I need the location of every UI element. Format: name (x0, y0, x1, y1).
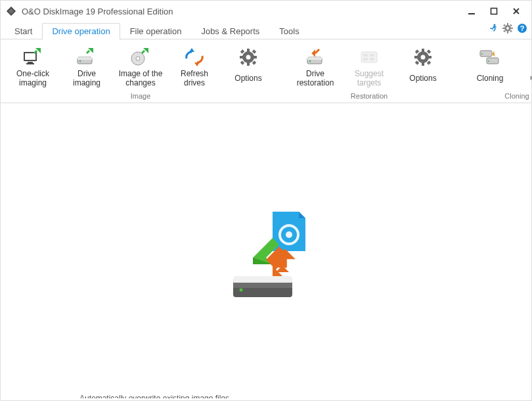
minimize-button[interactable] (460, 3, 483, 19)
svg-rect-42 (363, 54, 368, 57)
disc-arrow-icon (129, 47, 152, 68)
suggest-targets-button: Suggesttargets (344, 43, 395, 91)
refresh-drives-button[interactable]: Refreshdrives (169, 43, 220, 91)
gear-icon (236, 47, 260, 68)
svg-rect-9 (507, 23, 508, 25)
app-icon (6, 6, 16, 16)
content-area: Automatically overwrite existing image f… (1, 103, 531, 398)
footer-partial-text: Automatically overwrite existing image f… (79, 393, 229, 398)
svg-rect-55 (415, 60, 419, 64)
svg-rect-36 (252, 49, 256, 53)
tabstrip: Start Drive operation File operation Job… (1, 22, 531, 39)
cloning-options-button[interactable]: Options (518, 43, 532, 91)
svg-rect-20 (25, 53, 35, 60)
svg-rect-2 (468, 13, 475, 14)
svg-text:?: ? (520, 24, 525, 32)
svg-point-29 (246, 55, 251, 60)
svg-rect-12 (511, 28, 513, 29)
svg-rect-11 (502, 28, 504, 29)
svg-rect-30 (247, 49, 250, 52)
svg-point-25 (79, 60, 81, 62)
tab-tools[interactable]: Tools (269, 23, 309, 39)
svg-rect-32 (240, 56, 243, 59)
ribbon-group-image-label: Image (7, 92, 274, 100)
svg-point-76 (240, 288, 243, 291)
svg-rect-41 (361, 52, 377, 62)
svg-point-40 (309, 60, 311, 62)
image-of-changes-button[interactable]: Image of thechanges (115, 43, 166, 91)
cloning-button[interactable]: Cloning (464, 43, 516, 91)
svg-rect-48 (422, 49, 424, 52)
ribbon-group-cloning: Cloning Options Cloning (460, 43, 532, 101)
help-icon[interactable]: ? (517, 23, 527, 34)
image-of-changes-label: Image of thechanges (119, 69, 163, 87)
running-man-icon[interactable] (488, 23, 499, 34)
refresh-icon (183, 47, 206, 68)
window-title: O&O DiskImage 19 Professional Edition (22, 7, 173, 16)
svg-rect-49 (422, 62, 424, 66)
suggest-targets-icon (357, 47, 381, 68)
svg-rect-50 (414, 56, 418, 59)
titlebar: O&O DiskImage 19 Professional Edition (1, 1, 531, 22)
ribbon-group-restoration: Driverestoration Suggesttargets Options … (286, 43, 453, 101)
svg-rect-31 (247, 62, 250, 66)
svg-rect-34 (240, 49, 244, 53)
one-click-imaging-button[interactable]: One-clickimaging (7, 43, 58, 91)
suggest-targets-label: Suggesttargets (355, 69, 384, 87)
svg-rect-3 (491, 9, 497, 14)
svg-rect-10 (507, 32, 508, 34)
tab-jobs-reports[interactable]: Jobs & Reports (191, 23, 269, 39)
cloning-label: Cloning (477, 69, 504, 87)
gear-icon (411, 47, 435, 68)
tab-drive-operation[interactable]: Drive operation (42, 23, 120, 39)
restoration-options-label: Options (409, 69, 436, 87)
drive-restoration-button[interactable]: Driverestoration (290, 43, 341, 91)
close-button[interactable] (505, 3, 527, 19)
svg-rect-39 (307, 57, 322, 60)
svg-point-59 (488, 60, 489, 62)
maximize-button[interactable] (483, 3, 505, 19)
center-illustration (213, 199, 319, 304)
ribbon-group-cloning-label: Cloning (464, 92, 532, 100)
image-options-label: Options (234, 69, 261, 87)
refresh-drives-label: Refreshdrives (181, 69, 208, 87)
svg-rect-75 (233, 283, 292, 288)
svg-rect-43 (370, 54, 374, 57)
svg-rect-21 (28, 62, 33, 63)
svg-point-27 (136, 57, 140, 60)
settings-gear-icon[interactable] (502, 23, 513, 34)
svg-rect-37 (240, 60, 244, 64)
image-options-button[interactable]: Options (223, 43, 274, 91)
cloning-icon (478, 47, 502, 68)
drive-restore-icon (303, 47, 327, 68)
svg-rect-45 (370, 58, 374, 60)
svg-point-8 (506, 27, 509, 30)
ribbon-group-restoration-label: Restoration (290, 92, 449, 100)
drive-imaging-label: Driveimaging (73, 69, 100, 87)
restoration-options-button[interactable]: Options (397, 43, 449, 91)
svg-point-47 (421, 55, 426, 60)
svg-rect-35 (252, 60, 256, 64)
svg-rect-33 (254, 56, 257, 59)
svg-point-71 (286, 231, 292, 238)
drive-restoration-label: Driverestoration (297, 69, 334, 87)
svg-rect-54 (427, 49, 431, 53)
svg-point-6 (493, 24, 495, 26)
svg-rect-52 (415, 49, 419, 53)
svg-rect-53 (427, 60, 431, 64)
tab-start[interactable]: Start (5, 23, 42, 39)
ribbon: One-clickimaging Driveimaging Image of t… (1, 39, 531, 103)
drive-imaging-button[interactable]: Driveimaging (61, 43, 112, 91)
drive-arrow-icon (75, 47, 99, 68)
monitor-arrow-icon (21, 47, 45, 68)
svg-rect-51 (428, 56, 432, 59)
svg-rect-22 (26, 63, 34, 64)
svg-point-57 (481, 53, 483, 55)
one-click-imaging-label: One-clickimaging (16, 69, 49, 87)
ribbon-group-image: One-clickimaging Driveimaging Image of t… (3, 43, 278, 101)
svg-rect-44 (363, 58, 368, 60)
svg-rect-24 (78, 57, 92, 60)
tab-file-operation[interactable]: File operation (120, 23, 192, 39)
